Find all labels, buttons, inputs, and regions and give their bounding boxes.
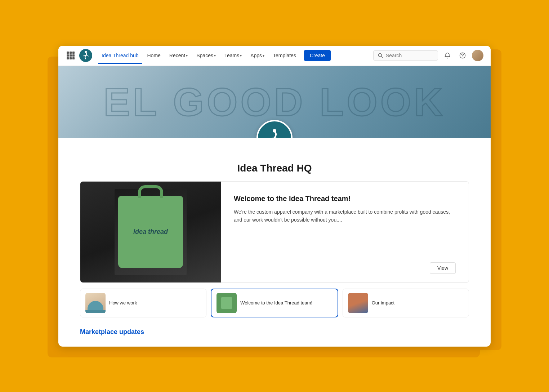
search-icon: [378, 53, 383, 58]
marketplace-section: Marketplace updates: [58, 328, 491, 336]
main-card: Idea Thread hub Home Recent ▾ Spaces ▾ T…: [58, 46, 491, 347]
navbar: Idea Thread hub Home Recent ▾ Spaces ▾ T…: [58, 46, 491, 66]
notifications-button[interactable]: [442, 50, 453, 61]
hero-banner: EL GOOD LOOK: [58, 66, 491, 138]
nav-right: [373, 50, 483, 61]
featured-title: Welcome to the Idea Thread team!: [234, 195, 456, 203]
search-input[interactable]: [386, 53, 429, 58]
thumbnail-label-2: Welcome to the Idea Thread team!: [240, 300, 312, 306]
nav-item-hub[interactable]: Idea Thread hub: [98, 50, 142, 61]
create-button[interactable]: Create: [304, 50, 331, 61]
featured-card: idea thread Welcome to the Idea Thread t…: [80, 181, 469, 283]
brand-logo-icon: [79, 49, 92, 62]
featured-text-area: Welcome to the Idea Thread team! We're t…: [221, 182, 469, 282]
thumbnail-our-impact[interactable]: Our impact: [343, 289, 469, 317]
page-title-area: Idea Thread HQ: [58, 138, 491, 181]
thumbnail-label-3: Our impact: [372, 300, 395, 306]
thumbnails-row: How we work Welcome to the Idea Thread t…: [58, 289, 491, 317]
svg-point-5: [462, 57, 463, 57]
nav-item-apps[interactable]: Apps ▾: [247, 50, 268, 61]
svg-point-1: [85, 51, 87, 53]
grid-menu-button[interactable]: [66, 50, 76, 61]
logo-area[interactable]: [79, 49, 92, 62]
chevron-down-icon: ▾: [186, 54, 188, 58]
help-button[interactable]: [457, 50, 468, 61]
svg-line-3: [381, 57, 383, 58]
chevron-down-icon: ▾: [214, 54, 216, 58]
thumbnail-bag-icon: [221, 297, 232, 309]
thumbnail-how-we-work[interactable]: How we work: [80, 289, 206, 317]
question-icon: [459, 52, 466, 59]
bag-logo-text: idea thread: [130, 224, 171, 240]
nav-links: Idea Thread hub Home Recent ▾ Spaces ▾ T…: [98, 50, 371, 61]
view-button[interactable]: View: [430, 262, 456, 274]
chevron-down-icon: ▾: [263, 54, 264, 58]
hero-background-text: EL GOOD LOOK: [103, 79, 446, 125]
thumbnail-image-3: [348, 293, 368, 313]
thumbnail-label-1: How we work: [109, 300, 137, 306]
featured-section: idea thread Welcome to the Idea Thread t…: [58, 181, 491, 283]
bag-visual: idea thread: [80, 182, 221, 282]
marketplace-title: Marketplace updates: [80, 328, 469, 336]
user-avatar[interactable]: [472, 50, 483, 61]
chevron-down-icon: ▾: [240, 54, 242, 58]
nav-item-recent[interactable]: Recent ▾: [166, 50, 191, 61]
hero-logo-icon: [264, 127, 285, 138]
bell-icon: [444, 52, 451, 59]
featured-image: idea thread: [80, 182, 221, 282]
svg-point-7: [273, 129, 276, 133]
nav-item-templates[interactable]: Templates: [269, 50, 300, 61]
nav-item-spaces[interactable]: Spaces ▾: [193, 50, 219, 61]
thumbnail-image-1: [85, 293, 106, 313]
thumbnail-welcome[interactable]: Welcome to the Idea Thread team!: [211, 289, 338, 317]
nav-item-home[interactable]: Home: [144, 50, 164, 61]
page-title: Idea Thread HQ: [237, 162, 312, 174]
thumbnail-image-2: [217, 293, 237, 313]
nav-item-teams[interactable]: Teams ▾: [221, 50, 245, 61]
search-box[interactable]: [373, 50, 438, 61]
page-content: Idea Thread HQ idea thread: [58, 138, 491, 347]
featured-description: We're the custom apparel company with a …: [234, 208, 456, 224]
